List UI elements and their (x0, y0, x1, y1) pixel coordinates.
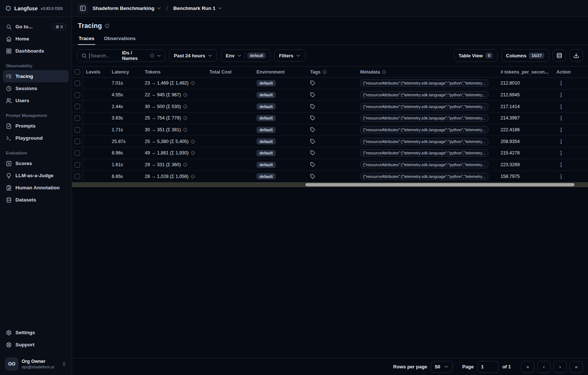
info-icon[interactable] (105, 24, 110, 28)
sidebar-item-dashboards[interactable]: Dashboards (3, 45, 69, 57)
sidebar-item-datasets[interactable]: Datasets (3, 194, 69, 206)
info-icon[interactable] (150, 53, 154, 58)
row-actions-menu-button[interactable]: ⋮ (556, 139, 566, 144)
metadata-pill[interactable]: {"resourceAttributes":{"telemetry.sdk.la… (360, 126, 488, 133)
tab-observations[interactable]: Observations (103, 33, 136, 45)
pager: «‹›» (521, 361, 583, 373)
trace-row[interactable]: 8.96s49 → 1,881 (Σ 1,930)default{"resour… (72, 147, 588, 159)
cell-action: ⋮ (553, 104, 588, 110)
metadata-pill[interactable]: {"resourceAttributes":{"telemetry.sdk.la… (360, 103, 488, 110)
trace-row[interactable]: 1.61s29 → 331 (Σ 360)default{"resourceAt… (72, 159, 588, 171)
last-page-button[interactable]: » (570, 361, 583, 373)
first-page-button[interactable]: « (521, 361, 534, 373)
tokens-value: 28 → 1,028 (Σ 1,056) (145, 174, 189, 179)
tag-icon[interactable] (310, 104, 315, 109)
select-all-checkbox[interactable] (75, 69, 80, 75)
tag-icon[interactable] (310, 115, 315, 121)
tag-icon[interactable] (310, 162, 315, 167)
row-checkbox[interactable] (75, 162, 80, 168)
metadata-pill[interactable]: {"resourceAttributes":{"telemetry.sdk.la… (360, 91, 488, 99)
env-filter[interactable]: Env default (221, 49, 270, 62)
row-height-button[interactable] (553, 49, 566, 62)
sidebar-item-support[interactable]: Support (3, 339, 69, 351)
sidebar-item-prompts[interactable]: Prompts (3, 120, 69, 132)
info-icon (322, 70, 327, 74)
tag-icon[interactable] (310, 174, 315, 179)
org-switcher[interactable]: Shadeform Benchmarking (93, 6, 161, 11)
tag-icon[interactable] (310, 127, 315, 132)
next-page-button[interactable]: › (553, 361, 567, 373)
tokens-value: 30 → 500 (Σ 530) (145, 104, 181, 109)
search-scope-dropdown[interactable]: IDs / Names (122, 50, 161, 61)
trace-row[interactable]: 6.65s28 → 1,028 (Σ 1,056)default{"resour… (72, 171, 588, 183)
trace-row[interactable]: 2.44s30 → 500 (Σ 530)default{"resourceAt… (72, 101, 588, 113)
row-checkbox[interactable] (75, 92, 80, 98)
trace-row[interactable]: 25.87s25 → 5,380 (Σ 5,405)default{"resou… (72, 136, 588, 147)
tag-icon[interactable] (310, 139, 315, 144)
row-actions-menu-button[interactable]: ⋮ (556, 115, 566, 121)
tag-icon[interactable] (310, 150, 315, 156)
metadata-pill[interactable]: {"resourceAttributes":{"telemetry.sdk.la… (360, 161, 488, 168)
row-checkbox[interactable] (75, 139, 80, 144)
sidebar-item-human-annotation[interactable]: Human Annotation (3, 182, 69, 194)
rows-per-page-select[interactable]: 50 (431, 361, 452, 373)
sidebar-item-label: LLM-as-a-Judge (15, 173, 54, 178)
sidebar-item-scores[interactable]: Scores (3, 157, 69, 169)
metadata-pill[interactable]: {"resourceAttributes":{"telemetry.sdk.la… (360, 79, 488, 87)
sidebar-item-llm-as-a-judge[interactable]: LLM-as-a-Judge (3, 169, 69, 182)
sidebar-item-playground[interactable]: Playground (3, 132, 69, 144)
row-checkbox[interactable] (75, 150, 80, 156)
sidebar-item-home[interactable]: Home (3, 33, 69, 45)
columns-button[interactable]: Columns 15/27 (501, 49, 549, 62)
trace-row[interactable]: 4.55s22 → 945 (Σ 967)default{"resourceAt… (72, 89, 588, 101)
tag-icon[interactable] (310, 92, 315, 97)
trace-row[interactable]: 1.71s30 → 351 (Σ 381)default{"resourceAt… (72, 124, 588, 136)
search-field[interactable] (91, 53, 119, 58)
sidebar-item-users[interactable]: Users (3, 94, 69, 107)
metadata-pill[interactable]: {"resourceAttributes":{"telemetry.sdk.la… (360, 114, 488, 122)
row-actions-menu-button[interactable]: ⋮ (556, 127, 566, 133)
search-input[interactable]: IDs / Names (77, 49, 165, 62)
project-switcher[interactable]: Benchmark Run 1 (173, 6, 223, 11)
sidebar-item-tracing[interactable]: Tracing (3, 70, 69, 82)
trace-row[interactable]: 7.01s23 → 1,469 (Σ 1,492)default{"resour… (72, 78, 588, 89)
cell-environment: default (254, 103, 307, 110)
metadata-pill[interactable]: {"resourceAttributes":{"telemetry.sdk.la… (360, 138, 488, 145)
sidebar-item-sessions[interactable]: Sessions (3, 82, 69, 94)
sidebar-item-go-to-[interactable]: Go to...⌘ K (3, 21, 69, 33)
row-checkbox[interactable] (75, 127, 80, 133)
sidebar: Langfuse v3.83.0 OSS Go to...⌘ KHomeDash… (0, 0, 72, 375)
table-view-button[interactable]: Table View 0 (454, 49, 498, 62)
tab-traces[interactable]: Traces (78, 33, 95, 45)
row-actions-menu-button[interactable]: ⋮ (556, 92, 566, 98)
home-icon (6, 36, 12, 42)
scrollbar-thumb[interactable] (305, 183, 575, 186)
metadata-pill[interactable]: {"resourceAttributes":{"telemetry.sdk.la… (360, 173, 488, 180)
user-menu[interactable]: OO Org Owner ops@shadeform.ai (2, 354, 69, 375)
tag-icon[interactable] (310, 81, 315, 86)
row-actions-menu-button[interactable]: ⋮ (556, 80, 566, 86)
page-input[interactable] (477, 361, 499, 373)
sidebar-toggle-button[interactable] (77, 3, 88, 14)
horizontal-scrollbar[interactable] (72, 182, 588, 187)
sidebar-item-settings[interactable]: Settings (3, 326, 69, 339)
chevron-down-icon (208, 53, 212, 58)
metadata-pill[interactable]: {"resourceAttributes":{"telemetry.sdk.la… (360, 149, 488, 157)
row-actions-menu-button[interactable]: ⋮ (556, 162, 566, 168)
row-checkbox[interactable] (75, 174, 80, 179)
trace-row[interactable]: 3.63s25 → 754 (Σ 779)default{"resourceAt… (72, 113, 588, 124)
info-icon (191, 139, 195, 144)
row-checkbox[interactable] (75, 81, 80, 86)
time-range-dropdown[interactable]: Past 24 hours (169, 49, 217, 62)
export-button[interactable] (570, 49, 583, 62)
row-actions-menu-button[interactable]: ⋮ (556, 174, 566, 179)
row-actions-menu-button[interactable]: ⋮ (556, 104, 566, 110)
row-actions-menu-button[interactable]: ⋮ (556, 150, 566, 156)
previous-page-button[interactable]: ‹ (537, 361, 551, 373)
grid-icon (6, 48, 12, 54)
filters-dropdown[interactable]: Filters (274, 49, 305, 62)
cell-environment: default (254, 138, 307, 144)
row-checkbox[interactable] (75, 104, 80, 109)
row-checkbox[interactable] (75, 115, 80, 121)
row-checkbox-cell (72, 124, 83, 136)
